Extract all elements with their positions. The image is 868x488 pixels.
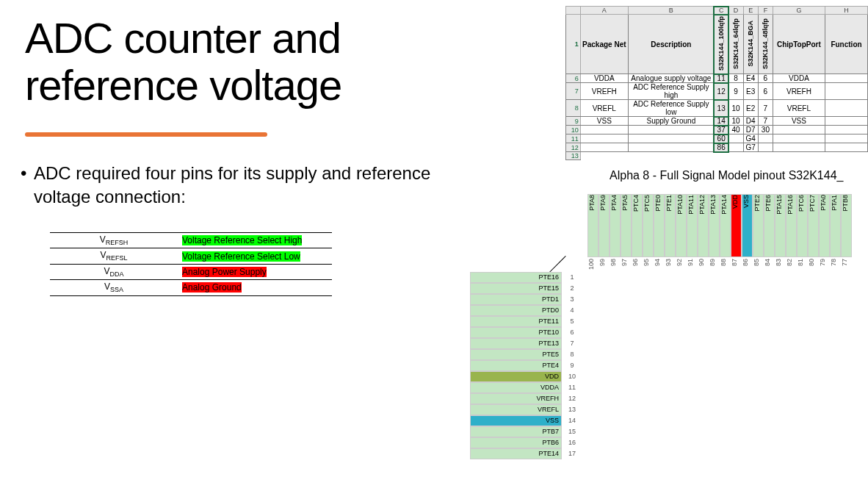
pinout-top-cell: PTE6	[764, 194, 775, 257]
pinout-left-row: PTE1417	[470, 448, 582, 459]
pinout-top-cell: PTA14	[720, 194, 731, 257]
pinout-top-cell: VSS	[742, 194, 753, 257]
pinout-left-row: PTE58	[470, 349, 582, 360]
pinout-top-number: 78	[830, 259, 841, 266]
pinout-top-number: 99	[598, 259, 610, 266]
pinout-top-number: 82	[786, 259, 797, 266]
header-row: 1 Package Net Description S32K144_100lqf…	[566, 15, 868, 74]
pinout-left-number: 15	[562, 426, 582, 437]
pinout-top-number: 96	[632, 259, 643, 266]
pinout-left-signal: PTD1	[470, 294, 562, 305]
pinout-top-cell: PTA4	[610, 194, 621, 257]
pinout-top-cell: PTE1	[665, 194, 676, 257]
pinout-left-signal: PTE5	[470, 349, 562, 360]
package-row: 8VREFLADC Reference Supply low1310E27VRE…	[566, 100, 868, 117]
package-table: A B C D E F G H 1 Package Net Descriptio…	[565, 6, 868, 160]
pinout-left-signal: PTE15	[470, 283, 562, 294]
signal-name: VSSA	[50, 280, 178, 295]
signal-row: VREFSLVoltage Reference Select Low	[50, 248, 332, 264]
pinout-top-number: 83	[775, 259, 786, 266]
pinout-top-cell: PTC4	[632, 194, 643, 257]
pinout-top-cell: PTA5	[621, 194, 632, 257]
pinout-left-row: VDD10	[470, 371, 582, 382]
pinout-top-number: 100	[587, 259, 598, 270]
pinout-top-number: 77	[841, 259, 852, 266]
pinout-left-number: 1	[562, 272, 582, 283]
pinout-top-number: 84	[764, 259, 775, 266]
title-underline	[25, 132, 267, 137]
pinout-top-cell: PTC7	[808, 194, 819, 257]
pinout-left-row: VSS14	[470, 415, 582, 426]
pinout-top-number: 94	[654, 259, 665, 266]
pinout-top-number: 86	[742, 259, 753, 266]
pinout-left-row: PTD04	[470, 305, 582, 316]
pinout-title: Alpha 8 - Full Signal Model pinout S32K1…	[610, 169, 843, 182]
pinout-top-cell: PTA8	[587, 194, 598, 257]
pinout-top-number: 87	[731, 259, 742, 266]
pinout-left-signal: PTE14	[470, 448, 562, 459]
signal-row: VREFSHVoltage Reference Select High	[50, 233, 332, 248]
pinout-left-signal: PTE10	[470, 327, 562, 338]
pinout-left-number: 12	[562, 393, 582, 404]
pinout-top-number: 91	[687, 259, 698, 266]
pinout-left-signal: PTE16	[470, 272, 562, 283]
pinout-left-signal: PTB7	[470, 426, 562, 437]
pinout-top-number: 80	[808, 259, 819, 266]
package-row: 1160G4	[566, 134, 868, 143]
package-row: 103740D730	[566, 126, 868, 134]
pinout-top-number: 97	[621, 259, 632, 266]
pinout-left-row: PTE115	[470, 316, 582, 327]
pinout-left-row: VDDA11	[470, 382, 582, 393]
signal-row: VDDAAnalog Power Supply	[50, 264, 332, 279]
pinout-left-row: PTE49	[470, 360, 582, 371]
pinout-top-number: 89	[709, 259, 720, 266]
pinout-top-number: 92	[676, 259, 687, 266]
signal-desc: Analog Ground	[178, 280, 332, 295]
package-row: 9VSSSupply Ground1410D47VSS	[566, 117, 868, 126]
signal-name: VREFSL	[50, 248, 178, 264]
pinout-top-cell: PTA11	[687, 194, 698, 257]
pinout-top-number: 81	[797, 259, 808, 266]
pinout-top-cell: PTE2	[753, 194, 764, 257]
pinout-top-cell: PTA1	[830, 194, 841, 257]
signal-desc: Voltage Reference Select Low	[178, 248, 332, 264]
pinout-left-signal: VDDA	[470, 382, 562, 393]
pinout-left-number: 9	[562, 360, 582, 371]
slide-title: ADC counter and reference voltage	[25, 15, 341, 109]
pinout-left-rows: PTE161PTE152PTD13PTD04PTE115PTE106PTE137…	[470, 272, 582, 459]
package-row: 1286G7	[566, 143, 868, 152]
pinout-top-number: 79	[819, 259, 830, 266]
signal-desc: Analog Power Supply	[178, 264, 332, 279]
pinout-left-row: PTE152	[470, 283, 582, 294]
pinout-left-number: 2	[562, 283, 582, 294]
pinout-top-number: 93	[665, 259, 676, 266]
pinout-top-cell: PTA15	[775, 194, 786, 257]
pinout-left-number: 5	[562, 316, 582, 327]
pinout-left-signal: VREFL	[470, 404, 562, 415]
pinout-top-cell: VDD	[731, 194, 742, 257]
bullet-text: ADC required four pins for its supply an…	[34, 162, 445, 209]
pinout-left-signal: PTD0	[470, 305, 562, 316]
pinout-left-signal: PTE4	[470, 360, 562, 371]
pinout-top-number: 95	[643, 259, 654, 266]
pinout-left-number: 10	[562, 371, 582, 382]
pinout-left-row: VREFL13	[470, 404, 582, 415]
pinout-top-cell: PTC6	[797, 194, 808, 257]
signal-desc: Voltage Reference Select High	[178, 233, 332, 248]
pinout-left-signal: PTE13	[470, 338, 562, 349]
pinout-top-cell: PTA12	[698, 194, 709, 257]
signal-name: VDDA	[50, 264, 178, 279]
pinout-left-signal: VREFH	[470, 393, 562, 404]
pinout-left-row: PTB616	[470, 437, 582, 448]
pinout-left-row: PTE106	[470, 327, 582, 338]
pinout-top-number: 90	[698, 259, 709, 266]
pinout-top-number: 88	[720, 259, 731, 266]
pinout-top-cell: PTE0	[654, 194, 665, 257]
pinout-left-number: 7	[562, 338, 582, 349]
pinout-left-row: PTE137	[470, 338, 582, 349]
pinout-top-cell: PTA9	[598, 194, 610, 257]
pinout-left-signal: PTE11	[470, 316, 562, 327]
pinout-left-signal: VDD	[470, 371, 562, 382]
trailing-row: 13	[566, 152, 868, 160]
pinout-top-number: 85	[753, 259, 764, 266]
